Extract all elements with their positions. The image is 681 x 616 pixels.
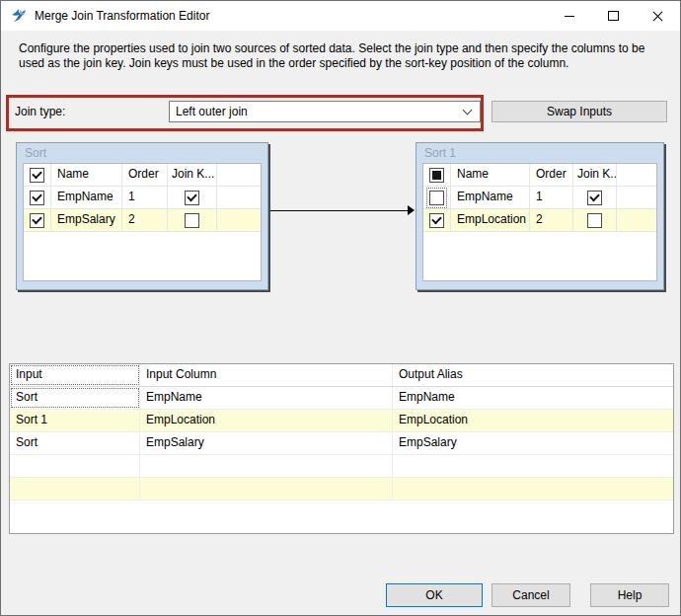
join-key-checkbox[interactable] — [587, 213, 602, 228]
join-key-cell — [168, 209, 217, 231]
column-grid-sort1: Name Order Join K... EmpName 1 EmpLocati… — [422, 163, 657, 281]
column-name-cell: EmpLocation — [451, 209, 530, 231]
column-name-cell: EmpSalary — [51, 209, 122, 231]
mapping-empty-row[interactable] — [10, 455, 673, 478]
flow-arrow-head — [408, 205, 415, 215]
order-cell: 2 — [122, 209, 168, 231]
source-panel-sort: Sort Name Order Join K... EmpName 1 — [16, 142, 268, 290]
row-select-checkbox[interactable] — [30, 191, 44, 205]
grid-row[interactable]: EmpName 1 — [24, 187, 261, 209]
window-title: Merge Join Transformation Editor — [35, 1, 209, 31]
chevron-down-icon — [463, 106, 473, 116]
join-key-cell — [573, 209, 617, 231]
flow-arrow-line — [270, 210, 409, 211]
panel-title-sort1: Sort 1 — [416, 143, 663, 163]
empty-cell — [10, 478, 140, 500]
grid-header-row: Name Order Join K... — [24, 164, 261, 187]
column-header-join-key: Join K... — [168, 164, 217, 186]
join-type-value: Left outer join — [170, 102, 464, 121]
mapping-input-cell[interactable]: Sort — [10, 387, 140, 409]
empty-cell — [140, 478, 393, 500]
dialog-description: Configure the properties used to join tw… — [19, 41, 662, 71]
row-select-checkbox[interactable] — [30, 213, 44, 228]
row-select-cell — [423, 209, 451, 231]
column-header-order: Order — [122, 164, 168, 186]
select-all-checkbox[interactable] — [429, 168, 444, 183]
mapping-header-output-alias: Output Alias — [393, 364, 673, 386]
mapping-input-cell[interactable]: Sort 1 — [10, 410, 140, 431]
column-header-order: Order — [530, 164, 573, 186]
column-name-cell: EmpName — [51, 187, 122, 208]
mapping-row[interactable]: Sort EmpName EmpName — [10, 387, 673, 410]
grid-row[interactable]: EmpName 1 — [423, 187, 656, 209]
mapping-row[interactable]: Sort 1 EmpLocation EmpLocation — [10, 410, 673, 432]
source-panel-sort1: Sort 1 Name Order Join K... EmpName 1 — [416, 142, 664, 290]
mapping-input-cell[interactable]: Sort — [10, 432, 140, 454]
empty-cell — [393, 455, 673, 477]
column-header-name: Name — [451, 164, 530, 186]
app-icon — [11, 8, 27, 24]
close-icon — [652, 11, 663, 22]
grid-row[interactable]: EmpSalary 2 — [24, 209, 261, 232]
mapping-output-alias-cell[interactable]: EmpLocation — [393, 410, 673, 431]
mapping-header-row: Input Input Column Output Alias — [10, 364, 673, 387]
column-header-name: Name — [51, 164, 122, 186]
empty-cell — [393, 478, 673, 500]
order-cell: 1 — [122, 187, 168, 208]
join-key-checkbox[interactable] — [185, 213, 199, 228]
mapping-empty-row[interactable] — [10, 478, 673, 500]
row-select-cell — [24, 187, 51, 208]
mapping-row[interactable]: Sort EmpSalary EmpSalary — [10, 432, 673, 455]
row-select-checkbox[interactable] — [429, 191, 444, 205]
panel-title-sort: Sort — [17, 143, 267, 163]
mapping-output-alias-cell[interactable]: EmpName — [393, 387, 673, 409]
order-cell: 1 — [530, 187, 573, 208]
swap-inputs-button[interactable]: Swap Inputs — [492, 101, 667, 122]
ok-button[interactable]: OK — [386, 583, 483, 607]
grid-header-row: Name Order Join K... — [423, 164, 656, 187]
column-grid-sort: Name Order Join K... EmpName 1 EmpSalary — [23, 163, 262, 281]
maximize-button[interactable] — [591, 1, 636, 31]
join-type-label: Join type: — [15, 101, 65, 122]
row-select-cell — [24, 209, 51, 231]
minimize-icon — [565, 16, 574, 17]
mapping-input-column-cell[interactable]: EmpName — [140, 387, 393, 409]
join-key-cell — [168, 187, 217, 208]
order-cell: 2 — [530, 209, 573, 231]
join-key-cell — [573, 187, 617, 208]
help-button[interactable]: Help — [590, 583, 669, 607]
mapping-input-column-cell[interactable]: EmpSalary — [140, 432, 393, 454]
mapping-header-input-column: Input Column — [140, 364, 393, 386]
mapping-header-input: Input — [10, 364, 140, 386]
select-all-checkbox[interactable] — [30, 168, 44, 183]
select-all-cell — [24, 164, 51, 186]
maximize-icon — [608, 11, 619, 21]
mapping-grid: Input Input Column Output Alias Sort Emp… — [9, 363, 674, 534]
mapping-output-alias-cell[interactable]: EmpSalary — [393, 432, 673, 454]
empty-cell — [140, 455, 393, 477]
select-all-cell — [423, 164, 451, 186]
minimize-button[interactable] — [547, 1, 591, 31]
row-select-cell — [423, 187, 451, 208]
empty-cell — [10, 455, 140, 477]
cancel-button[interactable]: Cancel — [492, 583, 570, 607]
close-button[interactable] — [636, 1, 680, 31]
join-key-checkbox[interactable] — [587, 191, 602, 205]
join-key-checkbox[interactable] — [185, 191, 199, 205]
grid-row[interactable]: EmpLocation 2 — [423, 209, 656, 232]
titlebar: Merge Join Transformation Editor — [1, 1, 680, 31]
merge-join-editor-dialog: Merge Join Transformation Editor Configu… — [0, 0, 681, 616]
column-header-join-key: Join K... — [573, 164, 617, 186]
column-name-cell: EmpName — [451, 187, 530, 208]
join-type-select[interactable]: Left outer join — [169, 101, 481, 122]
row-select-checkbox[interactable] — [429, 213, 444, 228]
mapping-input-column-cell[interactable]: EmpLocation — [140, 410, 393, 431]
